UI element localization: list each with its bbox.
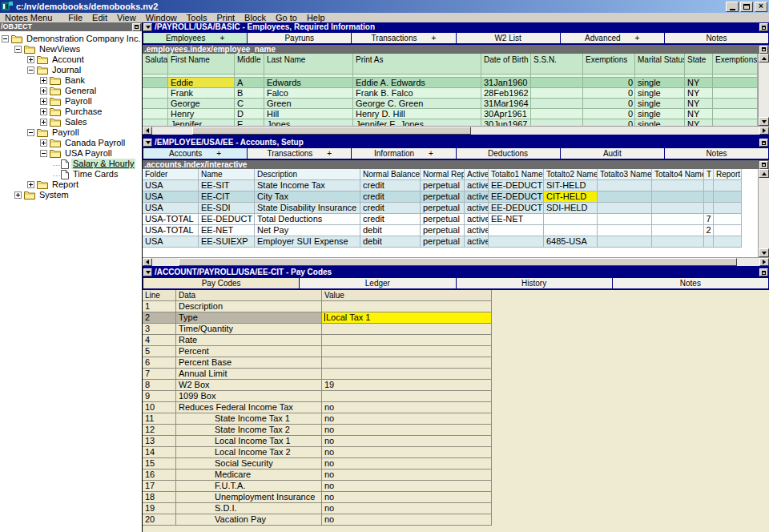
table-cell[interactable]	[143, 99, 168, 109]
tree-item-bank[interactable]: Bank	[0, 75, 142, 86]
collapse-minus-icon[interactable]	[27, 129, 34, 136]
value-cell[interactable]: no	[322, 458, 492, 470]
accounts-hscrollbar[interactable]	[143, 257, 769, 266]
value-cell[interactable]: no	[322, 481, 492, 492]
table-cell[interactable]: EE-SUIEXP	[199, 236, 255, 248]
tab-audit[interactable]: Audit	[561, 148, 664, 159]
menu-item-view[interactable]: View	[112, 13, 141, 22]
table-cell[interactable]	[598, 191, 652, 203]
table-cell[interactable]: USA	[143, 203, 199, 214]
tab-w2-list[interactable]: W2 List	[457, 33, 560, 43]
line-number-cell[interactable]: 20	[143, 514, 176, 526]
table-cell[interactable]: Henry D. Hill	[353, 109, 481, 119]
expand-plus-icon[interactable]	[14, 191, 22, 199]
expand-plus-icon[interactable]	[40, 77, 47, 84]
data-cell[interactable]: Local Income Tax 1	[176, 436, 322, 447]
line-number-cell[interactable]: 9	[143, 391, 176, 402]
scroll-right-button[interactable]	[759, 258, 769, 266]
value-cell[interactable]	[322, 391, 492, 402]
tab-advanced[interactable]: Advanced+	[561, 33, 664, 43]
accounts-restore-button[interactable]	[759, 139, 768, 147]
table-cell[interactable]: 28Feb1962	[481, 88, 531, 99]
table-cell[interactable]: State Income Tax	[255, 180, 360, 191]
tab-notes[interactable]: Notes	[665, 148, 768, 159]
column-header[interactable]: Folder	[143, 169, 199, 180]
column-header[interactable]: T	[704, 169, 714, 180]
table-cell[interactable]: credit	[360, 180, 421, 191]
data-cell[interactable]: Description	[176, 301, 322, 312]
table-cell[interactable]	[713, 78, 758, 88]
tab-transactions[interactable]: Transactions+	[352, 33, 455, 43]
scroll-right-button[interactable]	[759, 127, 769, 135]
table-cell[interactable]	[713, 109, 758, 119]
employees-vscrollbar[interactable]	[758, 54, 769, 126]
table-cell[interactable]: NY	[685, 99, 713, 109]
table-cell[interactable]: debit	[360, 225, 421, 236]
line-number-cell[interactable]: 8	[143, 380, 176, 391]
menu-item-window[interactable]: Window	[141, 13, 182, 22]
line-number-cell[interactable]: 2	[143, 312, 176, 324]
expand-plus-icon[interactable]	[27, 56, 34, 63]
data-cell[interactable]: F.U.T.A.	[176, 481, 322, 492]
table-cell[interactable]: EE-NET	[199, 225, 255, 236]
value-cell[interactable]: no	[322, 447, 492, 458]
column-header[interactable]: Exemptions	[583, 54, 635, 75]
tree-item-salary-hourly[interactable]: Salary & Hourly	[0, 159, 142, 169]
accounts-vscrollbar[interactable]	[758, 169, 769, 257]
value-cell[interactable]	[322, 335, 492, 346]
scroll-thumb[interactable]	[192, 127, 471, 135]
table-cell[interactable]	[714, 225, 742, 236]
line-number-cell[interactable]: 13	[143, 436, 176, 447]
line-number-cell[interactable]: 18	[143, 492, 176, 503]
column-header[interactable]: Normal Balance	[360, 169, 421, 180]
table-cell[interactable]: SDI-HELD	[544, 203, 598, 214]
column-header[interactable]: Normal Rep	[421, 169, 465, 180]
table-cell[interactable]: Henry	[168, 109, 235, 119]
close-button[interactable]: ×	[755, 2, 767, 12]
employees-subheader-button[interactable]	[759, 46, 768, 54]
table-cell[interactable]: EE-CIT	[199, 191, 255, 203]
table-cell[interactable]	[714, 191, 742, 203]
scroll-down-button[interactable]	[759, 248, 769, 257]
column-header[interactable]: Last Name	[264, 54, 353, 75]
table-cell[interactable]: perpetual	[421, 214, 465, 225]
table-cell[interactable]: Net Pay	[255, 225, 360, 236]
table-cell[interactable]	[531, 119, 583, 126]
table-cell[interactable]	[652, 225, 704, 236]
table-cell[interactable]: perpetual	[421, 236, 465, 248]
tree-item-system[interactable]: System	[0, 190, 142, 200]
tree-item-general[interactable]: General	[0, 86, 142, 96]
scroll-left-button[interactable]	[143, 258, 152, 266]
table-cell[interactable]: EE-DEDUCT	[489, 203, 544, 214]
table-cell[interactable]: active	[465, 225, 489, 236]
table-cell[interactable]	[598, 214, 652, 225]
table-cell[interactable]: 0	[583, 78, 635, 88]
tab-accounts[interactable]: Accounts+	[143, 148, 247, 159]
scroll-thumb[interactable]	[179, 258, 737, 266]
table-cell[interactable]: Employer SUI Expense	[255, 236, 360, 248]
data-cell[interactable]: Reduces Federal Income Tax	[176, 402, 322, 413]
value-cell[interactable]: no	[322, 425, 492, 436]
table-cell[interactable]	[598, 203, 652, 214]
table-cell[interactable]: credit	[360, 191, 421, 203]
column-header[interactable]: S.S.N.	[531, 54, 583, 75]
tab-information[interactable]: Information+	[352, 148, 455, 159]
table-cell[interactable]: State Disability Insurance	[255, 203, 360, 214]
tab-history[interactable]: History	[457, 278, 612, 288]
value-cell[interactable]	[322, 369, 492, 380]
column-header[interactable]: Name	[199, 169, 255, 180]
table-cell[interactable]: credit	[360, 203, 421, 214]
table-cell[interactable]: NY	[685, 88, 713, 99]
expand-plus-icon[interactable]	[40, 108, 47, 115]
table-cell[interactable]	[531, 88, 583, 99]
table-cell[interactable]	[714, 180, 742, 191]
line-number-cell[interactable]: 19	[143, 503, 176, 514]
table-cell[interactable]: EE-NET	[489, 214, 544, 225]
column-header[interactable]: Exemptions	[713, 54, 758, 75]
table-cell[interactable]	[714, 236, 742, 248]
menu-item-notes-menu[interactable]: Notes Menu	[0, 13, 57, 22]
table-cell[interactable]: Jennifer E. Jones	[353, 119, 481, 126]
minimize-button[interactable]	[726, 2, 739, 12]
table-cell[interactable]: EE-DEDUCT	[489, 191, 544, 203]
value-cell[interactable]: 19	[322, 380, 492, 391]
